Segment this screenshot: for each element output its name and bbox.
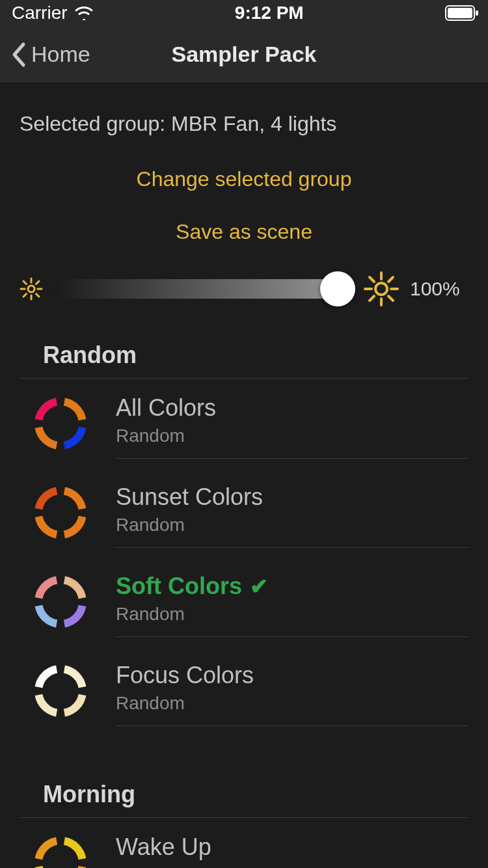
color-ring-icon bbox=[31, 662, 90, 720]
color-ring-icon bbox=[31, 483, 90, 542]
list-item-title: Sunset Colors bbox=[116, 483, 468, 511]
svg-point-12 bbox=[375, 283, 387, 295]
clock-label: 9:12 PM bbox=[235, 3, 304, 23]
change-group-button[interactable]: Change selected group bbox=[0, 167, 488, 191]
list-item-subtitle: Random bbox=[116, 426, 468, 446]
list-item[interactable]: Soft Colors✔Random bbox=[20, 557, 468, 646]
list-item-title: Soft Colors✔ bbox=[116, 573, 468, 600]
back-button[interactable]: Home bbox=[0, 42, 90, 68]
list-item-subtitle: Morning bbox=[116, 865, 468, 868]
svg-line-17 bbox=[370, 277, 374, 282]
list-item-text: Focus ColorsRandom bbox=[116, 655, 468, 726]
status-bar: Carrier 9:12 PM bbox=[0, 0, 488, 26]
save-scene-button[interactable]: Save as scene bbox=[0, 220, 488, 244]
status-left: Carrier bbox=[12, 3, 94, 23]
color-ring-icon bbox=[31, 573, 90, 631]
chevron-left-icon bbox=[10, 42, 26, 68]
list-item-subtitle: Random bbox=[116, 515, 468, 536]
section-header: Morning bbox=[20, 781, 468, 818]
list-item[interactable]: Focus ColorsRandom bbox=[20, 646, 468, 735]
brightness-slider[interactable] bbox=[53, 270, 353, 308]
checkmark-icon: ✔ bbox=[250, 573, 268, 599]
section-header: Random bbox=[20, 342, 468, 379]
svg-line-11 bbox=[36, 281, 40, 284]
svg-line-18 bbox=[388, 296, 393, 301]
brightness-high-icon bbox=[363, 271, 400, 307]
wifi-icon bbox=[74, 6, 94, 20]
list-item[interactable]: Sunset ColorsRandom bbox=[20, 468, 468, 557]
list-item-title: Wake Up bbox=[116, 834, 468, 861]
status-right bbox=[445, 5, 479, 21]
slider-track bbox=[53, 279, 353, 299]
svg-line-8 bbox=[23, 281, 27, 284]
carrier-label: Carrier bbox=[12, 3, 68, 23]
list-item-text: Wake UpMorning bbox=[116, 827, 468, 868]
back-label: Home bbox=[31, 42, 90, 67]
color-ring-icon bbox=[31, 834, 90, 869]
svg-line-9 bbox=[36, 294, 40, 297]
list-item-title: Focus Colors bbox=[116, 662, 468, 689]
page-body: Selected group: MBR Fan, 4 lights Change… bbox=[0, 83, 488, 868]
list-item-text: All ColorsRandom bbox=[116, 388, 468, 459]
svg-line-10 bbox=[23, 294, 27, 297]
svg-point-3 bbox=[28, 286, 34, 292]
list-item-subtitle: Random bbox=[116, 604, 468, 625]
nav-bar: Home Sampler Pack bbox=[0, 26, 488, 83]
battery-icon bbox=[445, 5, 479, 21]
brightness-low-icon bbox=[20, 277, 43, 301]
list-item-title: All Colors bbox=[116, 394, 468, 422]
list-item[interactable]: All ColorsRandom bbox=[20, 379, 468, 468]
list-item-subtitle: Random bbox=[116, 693, 468, 714]
svg-line-20 bbox=[388, 277, 393, 282]
brightness-row: 100% bbox=[0, 270, 488, 308]
section: RandomAll ColorsRandomSunset ColorsRando… bbox=[0, 342, 488, 735]
list-item-text: Soft Colors✔Random bbox=[116, 566, 468, 637]
selected-group-label: Selected group: MBR Fan, 4 lights bbox=[0, 112, 488, 136]
svg-rect-1 bbox=[448, 8, 472, 18]
svg-rect-2 bbox=[476, 10, 478, 16]
list-item[interactable]: Wake UpMorning bbox=[20, 818, 468, 868]
list-item-text: Sunset ColorsRandom bbox=[116, 477, 468, 548]
color-ring-icon bbox=[31, 394, 90, 453]
slider-thumb[interactable] bbox=[320, 271, 355, 306]
brightness-value-label: 100% bbox=[410, 278, 468, 300]
section: MorningWake UpMorningBreakfastMorning bbox=[0, 781, 488, 868]
svg-line-19 bbox=[370, 296, 374, 301]
